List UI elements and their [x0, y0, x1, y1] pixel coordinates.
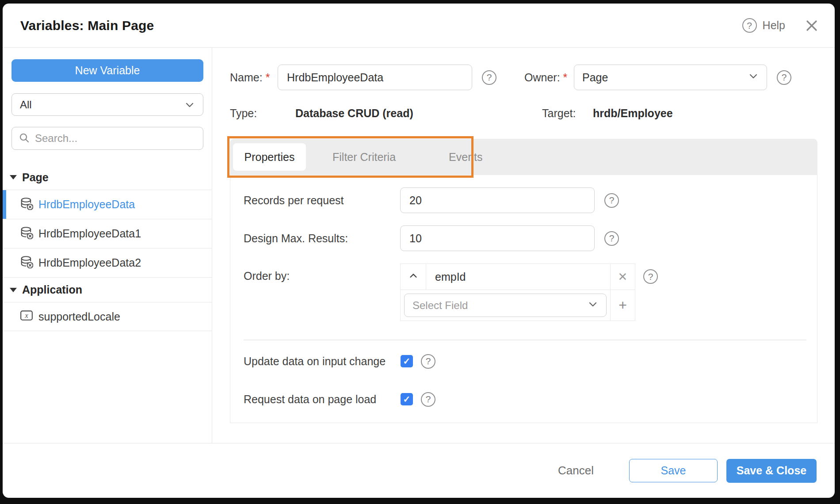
- name-input[interactable]: [278, 65, 472, 90]
- sort-ascending-toggle[interactable]: [401, 264, 426, 290]
- variables-sidebar: New Variable All Page HrdbEmployeeData: [3, 48, 212, 443]
- variable-type-filter-select[interactable]: All: [11, 93, 203, 116]
- tab-strip: Properties Filter Criteria Events: [230, 139, 817, 175]
- variable-search[interactable]: [11, 127, 203, 150]
- records-per-request-help-icon[interactable]: ?: [604, 193, 619, 208]
- variables-dialog: Variables: Main Page ? Help New Variable…: [3, 4, 835, 498]
- order-by-label: Order by:: [244, 263, 400, 283]
- database-crud-variable-icon: [20, 226, 33, 242]
- order-by-help-icon[interactable]: ?: [643, 269, 658, 284]
- owner-select[interactable]: Page: [574, 65, 767, 90]
- add-order-by-entry-button[interactable]: +: [610, 290, 635, 321]
- save-and-close-button[interactable]: Save & Close: [726, 459, 817, 483]
- variable-list: Page HrdbEmployeeData HrdbEmployeeData1 …: [3, 165, 212, 331]
- records-per-request-label: Records per request: [244, 194, 400, 207]
- variable-detail-pane: Name: * ? Owner: * Page ? Type: Database: [212, 48, 835, 443]
- variable-list-item[interactable]: HrdbEmployeeData1: [3, 219, 212, 248]
- design-max-results-help-icon[interactable]: ?: [604, 231, 619, 246]
- required-asterisk: *: [266, 71, 270, 84]
- chevron-down-icon: [588, 299, 598, 312]
- order-by-add-row: Select Field +: [401, 290, 635, 321]
- new-variable-button[interactable]: New Variable: [11, 59, 203, 82]
- records-per-request-input[interactable]: [400, 187, 595, 213]
- search-icon: [19, 133, 29, 145]
- required-asterisk: *: [563, 71, 568, 84]
- section-header-page[interactable]: Page: [3, 165, 212, 190]
- variable-list-item[interactable]: HrdbEmployeeData2: [3, 248, 212, 277]
- update-data-help-icon[interactable]: ?: [421, 354, 435, 369]
- order-by-entry-row: empId ✕: [401, 264, 635, 290]
- owner-help-icon[interactable]: ?: [777, 70, 791, 85]
- owner-select-value: Page: [582, 71, 608, 84]
- tab-properties[interactable]: Properties: [233, 143, 306, 171]
- remove-order-by-entry-button[interactable]: ✕: [610, 264, 635, 290]
- section-divider: [244, 340, 806, 340]
- update-data-on-input-change-label: Update data on input change: [244, 355, 401, 368]
- dialog-header: Variables: Main Page ? Help: [3, 4, 835, 48]
- dialog-title: Variables: Main Page: [20, 18, 154, 33]
- tab-filter-criteria[interactable]: Filter Criteria: [306, 143, 422, 171]
- design-max-results-input[interactable]: [400, 225, 595, 251]
- name-label: Name:: [230, 71, 263, 84]
- name-help-icon[interactable]: ?: [482, 70, 496, 85]
- type-value: Database CRUD (read): [295, 107, 477, 120]
- chevron-down-icon: [748, 71, 759, 84]
- section-header-application[interactable]: Application: [3, 277, 212, 302]
- update-data-on-input-change-checkbox[interactable]: ✓: [401, 355, 413, 367]
- chevron-up-icon: [409, 271, 418, 283]
- help-link[interactable]: Help: [763, 19, 785, 32]
- variable-type-filter-value: All: [20, 99, 32, 111]
- order-by-field-value[interactable]: empId: [426, 264, 610, 290]
- variable-list-item[interactable]: HrdbEmployeeData: [3, 190, 212, 219]
- design-max-results-label: Design Max. Results:: [244, 232, 400, 245]
- section-collapse-triangle-icon: [10, 175, 17, 179]
- variable-list-item[interactable]: supportedLocale: [3, 302, 212, 331]
- model-variable-icon: [20, 309, 33, 325]
- select-field-placeholder: Select Field: [412, 299, 468, 312]
- help-question-icon[interactable]: ?: [742, 18, 757, 33]
- dialog-footer: Cancel Save Save & Close: [3, 443, 835, 498]
- section-collapse-triangle-icon: [10, 288, 17, 292]
- request-data-on-page-load-label: Request data on page load: [244, 393, 401, 406]
- target-label: Target:: [542, 107, 593, 120]
- request-data-on-page-load-checkbox[interactable]: ✓: [401, 393, 413, 405]
- cancel-button[interactable]: Cancel: [558, 464, 594, 477]
- database-crud-variable-icon: [20, 255, 33, 271]
- database-crud-variable-icon: [20, 197, 33, 213]
- save-button[interactable]: Save: [629, 459, 718, 482]
- properties-panel: Records per request ? Design Max. Result…: [230, 175, 817, 423]
- owner-label: Owner:: [524, 71, 560, 84]
- order-by-widget: empId ✕ Select Field +: [400, 263, 635, 321]
- close-icon[interactable]: [806, 19, 818, 32]
- request-data-help-icon[interactable]: ?: [421, 392, 435, 407]
- search-input[interactable]: [35, 132, 196, 145]
- target-value: hrdb/Employee: [593, 107, 673, 120]
- tab-events[interactable]: Events: [422, 143, 509, 171]
- select-field-dropdown[interactable]: Select Field: [404, 294, 607, 317]
- chevron-down-icon: [184, 99, 195, 110]
- type-label: Type:: [230, 107, 295, 120]
